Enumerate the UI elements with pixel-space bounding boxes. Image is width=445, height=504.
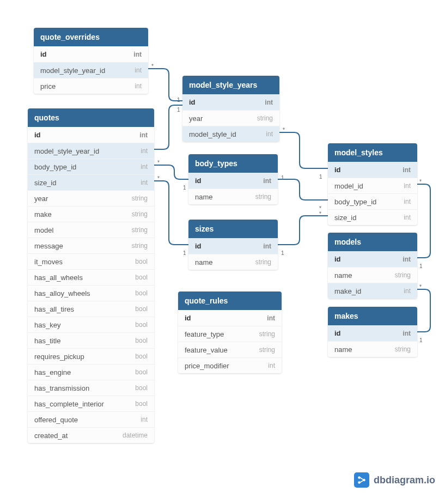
column-name: feature_value xyxy=(185,346,228,354)
cardinality-label: * xyxy=(419,284,422,290)
column-type: string xyxy=(395,271,411,279)
table-row[interactable]: idint xyxy=(328,162,417,178)
table-row[interactable]: priceint xyxy=(34,78,148,94)
table-row[interactable]: idint xyxy=(328,325,417,341)
column-type: int xyxy=(268,362,275,369)
column-name: has_all_wheels xyxy=(34,274,83,282)
table-row[interactable]: has_alloy_wheelsbool xyxy=(28,285,154,301)
column-name: name xyxy=(195,258,213,266)
table-row[interactable]: it_movesbool xyxy=(28,253,154,269)
column-name: has_engine xyxy=(34,368,71,377)
table-row[interactable]: requires_pickupbool xyxy=(28,348,154,364)
table-quote_rules[interactable]: quote_rulesidintfeature_typestringfeatur… xyxy=(178,292,282,373)
column-type: int xyxy=(263,177,271,185)
table-header[interactable]: model_styles xyxy=(328,143,417,162)
table-row[interactable]: messagestring xyxy=(28,238,154,253)
table-row[interactable]: created_atdatetime xyxy=(28,427,154,443)
cardinality-label: * xyxy=(319,211,321,217)
column-name: has_transmission xyxy=(34,384,89,392)
cardinality-label: 1 xyxy=(319,174,322,180)
table-row[interactable]: body_type_idint xyxy=(28,159,154,174)
table-row[interactable]: idint xyxy=(178,310,282,326)
table-row[interactable]: idint xyxy=(182,94,279,110)
column-name: id xyxy=(185,314,191,322)
table-row[interactable]: namestring xyxy=(188,189,278,204)
table-row[interactable]: price_modifierint xyxy=(178,357,282,373)
column-name: name xyxy=(195,193,213,201)
column-type: int xyxy=(404,287,411,295)
table-row[interactable]: feature_valuestring xyxy=(178,342,282,357)
table-model_style_years[interactable]: model_style_yearsidintyearstringmodel_st… xyxy=(182,76,279,142)
table-row[interactable]: feature_typestring xyxy=(178,326,282,342)
column-type: string xyxy=(255,258,271,266)
column-name: id xyxy=(334,255,341,263)
column-type: int xyxy=(141,147,148,155)
table-row[interactable]: namestring xyxy=(188,254,278,270)
table-sizes[interactable]: sizesidintnamestring xyxy=(188,220,278,270)
column-type: int xyxy=(141,163,148,171)
table-row[interactable]: make_idint xyxy=(328,283,417,299)
cardinality-label: * xyxy=(157,175,160,181)
column-type: bool xyxy=(135,384,148,392)
table-makes[interactable]: makesidintnamestring xyxy=(328,307,417,357)
table-header[interactable]: models xyxy=(328,233,417,251)
table-row[interactable]: model_style_year_idint xyxy=(34,62,148,78)
table-row[interactable]: has_all_wheelsbool xyxy=(28,269,154,285)
table-quote_overrides[interactable]: quote_overridesidintmodel_style_year_idi… xyxy=(34,28,148,94)
table-row[interactable]: body_type_idint xyxy=(328,193,417,209)
table-row[interactable]: size_idint xyxy=(28,174,154,190)
table-header[interactable]: sizes xyxy=(188,220,278,238)
table-row[interactable]: offered_quoteint xyxy=(28,411,154,427)
cardinality-label: 1 xyxy=(177,97,180,103)
table-row[interactable]: model_style_year_idint xyxy=(28,143,154,159)
table-row[interactable]: has_complete_interiorbool xyxy=(28,396,154,411)
cardinality-label: 1 xyxy=(281,250,284,256)
column-type: int xyxy=(141,179,148,186)
table-row[interactable]: has_keybool xyxy=(28,317,154,332)
table-row[interactable]: idint xyxy=(34,46,148,62)
diagram-canvas[interactable]: quote_overridesidintmodel_style_year_idi… xyxy=(0,0,445,504)
table-row[interactable]: model_idint xyxy=(328,178,417,193)
table-row[interactable]: has_transmissionbool xyxy=(28,380,154,396)
cardinality-label: 1 xyxy=(419,263,423,269)
table-row[interactable]: namestring xyxy=(328,267,417,283)
table-header[interactable]: body_types xyxy=(188,154,278,173)
table-row[interactable]: makestring xyxy=(28,206,154,222)
table-row[interactable]: has_enginebool xyxy=(28,364,154,380)
table-model_styles[interactable]: model_stylesidintmodel_idintbody_type_id… xyxy=(328,143,417,225)
column-name: has_complete_interior xyxy=(34,400,104,408)
table-row[interactable]: has_all_tiresbool xyxy=(28,301,154,317)
column-name: size_id xyxy=(334,214,356,222)
column-type: bool xyxy=(135,400,148,408)
table-row[interactable]: model_style_idint xyxy=(182,126,279,142)
column-name: id xyxy=(189,98,196,106)
column-name: id xyxy=(195,242,202,250)
watermark-text: dbdiagram.io xyxy=(374,475,435,486)
table-header[interactable]: makes xyxy=(328,307,417,325)
column-name: year xyxy=(189,114,203,123)
column-name: model_style_year_id xyxy=(34,147,99,155)
table-row[interactable]: idint xyxy=(28,127,154,143)
table-row[interactable]: namestring xyxy=(328,341,417,357)
table-header[interactable]: quote_overrides xyxy=(34,28,148,46)
column-type: int xyxy=(265,99,273,106)
cardinality-label: 1 xyxy=(419,337,423,343)
column-name: model_style_id xyxy=(189,130,236,138)
table-row[interactable]: idint xyxy=(328,251,417,267)
table-row[interactable]: size_idint xyxy=(328,209,417,225)
table-row[interactable]: yearstring xyxy=(28,190,154,206)
table-quotes[interactable]: quotesidintmodel_style_year_idintbody_ty… xyxy=(28,108,154,443)
table-body_types[interactable]: body_typesidintnamestring xyxy=(188,154,278,204)
table-header[interactable]: model_style_years xyxy=(182,76,279,94)
table-header[interactable]: quote_rules xyxy=(178,292,282,310)
column-name: feature_type xyxy=(185,330,224,338)
table-row[interactable]: has_titlebool xyxy=(28,332,154,348)
column-name: has_key xyxy=(34,321,60,329)
table-row[interactable]: idint xyxy=(188,173,278,189)
table-models[interactable]: modelsidintnamestringmake_idint xyxy=(328,233,417,299)
table-row[interactable]: modelstring xyxy=(28,222,154,238)
table-row[interactable]: yearstring xyxy=(182,110,279,126)
column-type: int xyxy=(141,416,148,423)
table-row[interactable]: idint xyxy=(188,238,278,254)
table-header[interactable]: quotes xyxy=(28,108,154,127)
